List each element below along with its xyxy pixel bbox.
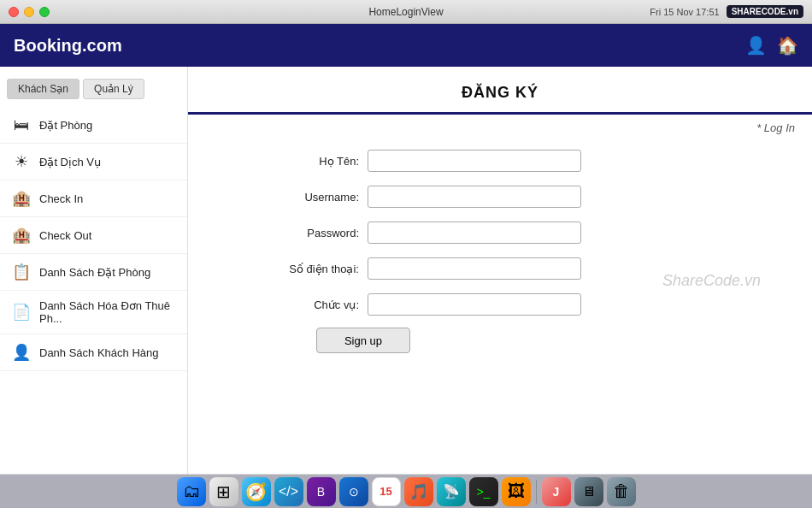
dock-app1[interactable]: B xyxy=(307,477,336,506)
customer-icon: 👤 xyxy=(12,343,31,362)
titlebar-right: Fri 15 Nov 17:51 SHARECODE.vn xyxy=(650,5,803,18)
chuc-vu-label: Chức vụ: xyxy=(239,298,359,311)
app-window: Booking.com 👤 🏠 Khách Sạn Quản Lý 🛏 Đặt … xyxy=(0,24,812,474)
titlebar: HomeLoginView Fri 15 Nov 17:51 SHARECODE… xyxy=(0,0,812,24)
sidebar-item-label: Danh Sách Khách Hàng xyxy=(39,346,158,359)
login-link[interactable]: * Log In xyxy=(188,115,812,141)
dock-preview[interactable]: 🖼 xyxy=(502,477,531,506)
dock-screen[interactable]: 🖥 xyxy=(574,477,603,506)
ho-ten-label: Họ Tên: xyxy=(239,155,359,168)
dock-app4[interactable]: 📡 xyxy=(437,477,466,506)
username-label: Username: xyxy=(239,191,359,204)
sidebar-item-label: Đặt Phòng xyxy=(39,119,92,132)
password-input[interactable] xyxy=(368,222,581,244)
sidebar-item-label: Check In xyxy=(39,192,83,205)
dock: 🗂 ⊞ 🧭 </> B ⊙ 15 🎵 📡 >_ 🖼 J 🖥 🗑 xyxy=(0,474,812,508)
navbar-icons: 👤 🏠 xyxy=(745,35,798,56)
password-label: Password: xyxy=(239,227,359,239)
service-icon: ☀ xyxy=(12,152,31,171)
main-content: ĐĂNG KÝ * Log In Họ Tên: Username: Passw… xyxy=(188,67,812,474)
sidebar-item-label: Check Out xyxy=(39,229,91,242)
dock-app3[interactable]: 🎵 xyxy=(404,477,433,506)
close-button[interactable] xyxy=(9,7,19,17)
sidebar: Khách Sạn Quản Lý 🛏 Đặt Phòng ☀ Đặt Dịch… xyxy=(0,67,188,474)
window-title: HomeLoginView xyxy=(368,6,443,18)
signup-button[interactable]: Sign up xyxy=(316,328,410,353)
tab-quan-ly[interactable]: Quản Lý xyxy=(83,79,144,99)
sidebar-item-label: Đặt Dịch Vụ xyxy=(39,156,101,168)
sidebar-tabs: Khách Sạn Quản Lý xyxy=(0,74,187,104)
dock-vscode[interactable]: </> xyxy=(274,477,303,506)
list-icon: 📋 xyxy=(12,263,31,281)
dock-app2[interactable]: ⊙ xyxy=(339,477,368,506)
phone-label: Số điện thoại: xyxy=(239,263,359,275)
username-input[interactable] xyxy=(368,186,581,208)
login-link-text[interactable]: * Log In xyxy=(756,121,795,134)
checkin-icon: 🏨 xyxy=(12,189,31,208)
username-row: Username: xyxy=(239,186,761,208)
user-icon[interactable]: 👤 xyxy=(745,35,767,56)
ho-ten-input[interactable] xyxy=(368,150,581,172)
sidebar-item-label: Danh Sách Hóa Đơn Thuê Ph... xyxy=(39,299,175,325)
checkout-icon: 🏨 xyxy=(12,226,31,245)
chuc-vu-input[interactable] xyxy=(368,293,581,316)
datetime-label: Fri 15 Nov 17:51 xyxy=(650,7,719,17)
sharecode-badge: SHARECODE.vn xyxy=(727,5,803,18)
page-title: ĐĂNG KÝ xyxy=(188,67,812,102)
chuc-vu-row: Chức vụ: xyxy=(239,293,761,316)
sidebar-item-hoa-don[interactable]: 📄 Danh Sách Hóa Đơn Thuê Ph... xyxy=(0,291,187,334)
minimize-button[interactable] xyxy=(24,7,34,17)
bed-icon: 🛏 xyxy=(12,116,31,134)
dock-finder[interactable]: 🗂 xyxy=(177,477,206,506)
sidebar-item-danh-sach-dat-phong[interactable]: 📋 Danh Sách Đặt Phòng xyxy=(0,254,187,291)
sidebar-item-check-in[interactable]: 🏨 Check In xyxy=(0,180,187,217)
sidebar-item-dat-phong[interactable]: 🛏 Đặt Phòng xyxy=(0,108,187,144)
brand-logo: Booking.com xyxy=(14,36,122,56)
maximize-button[interactable] xyxy=(39,7,50,17)
dock-terminal[interactable]: >_ xyxy=(469,477,498,506)
phone-row: Số điện thoại: xyxy=(239,257,761,280)
navbar: Booking.com 👤 🏠 xyxy=(0,24,812,67)
content-area: Khách Sạn Quản Lý 🛏 Đặt Phòng ☀ Đặt Dịch… xyxy=(0,67,812,474)
dock-java[interactable]: J xyxy=(542,477,571,506)
dock-divider xyxy=(536,480,537,504)
register-form: Họ Tên: Username: Password: Số điện thoạ… xyxy=(188,141,812,324)
sidebar-item-khach-hang[interactable]: 👤 Danh Sách Khách Hàng xyxy=(0,334,187,371)
dock-launchpad[interactable]: ⊞ xyxy=(209,477,238,506)
sidebar-item-dat-dich-vu[interactable]: ☀ Đặt Dịch Vụ xyxy=(0,144,187,180)
sidebar-item-check-out[interactable]: 🏨 Check Out xyxy=(0,217,187,254)
password-row: Password: xyxy=(239,222,761,244)
phone-input[interactable] xyxy=(368,257,581,280)
invoice-icon: 📄 xyxy=(12,303,31,322)
dock-calendar[interactable]: 15 xyxy=(372,477,401,506)
dock-safari[interactable]: 🧭 xyxy=(242,477,271,506)
ho-ten-row: Họ Tên: xyxy=(239,150,761,172)
sidebar-item-label: Danh Sách Đặt Phòng xyxy=(39,266,150,279)
dock-trash[interactable]: 🗑 xyxy=(607,477,636,506)
traffic-lights[interactable] xyxy=(9,7,50,17)
home-icon[interactable]: 🏠 xyxy=(777,35,798,56)
tab-khach-san[interactable]: Khách Sạn xyxy=(7,79,79,99)
